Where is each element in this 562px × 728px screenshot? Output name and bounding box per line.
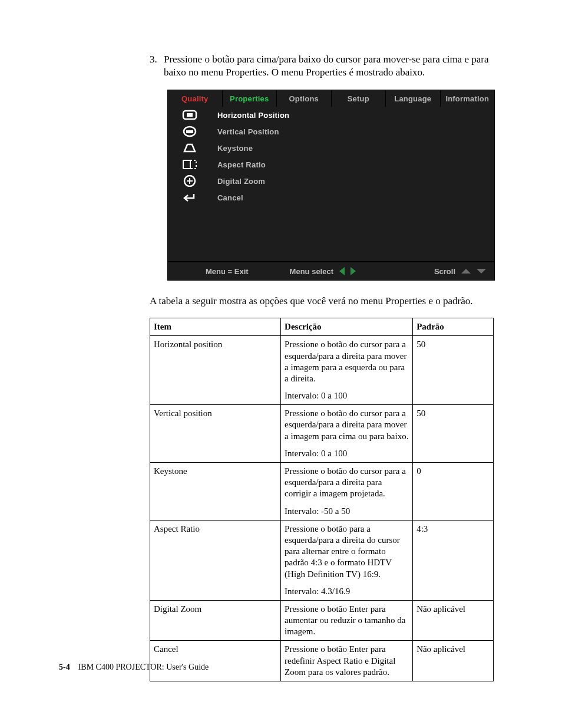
digital-zoom-icon [182, 175, 217, 187]
cell-desc: Pressione o botão do cursor para a esque… [281, 336, 413, 405]
osd-item-aspect[interactable]: Aspect Ratio [168, 156, 494, 173]
table-row: Digital ZoomPressione o botão Enter para… [150, 600, 494, 641]
th-item: Item [150, 318, 281, 336]
cell-desc: Pressione o botão Enter para aumentar ou… [281, 600, 413, 641]
cell-desc: Pressione o botão Enter para redefinir A… [281, 641, 413, 681]
tab-properties[interactable]: Properties [223, 90, 277, 107]
table-row: Aspect RatioPressione o botão para a esq… [150, 520, 494, 600]
arrow-left-icon [339, 267, 345, 275]
tab-setup[interactable]: Setup [332, 90, 386, 107]
osd-panel: Quality Properties Options Setup Languag… [167, 90, 495, 281]
table-row: Vertical positionPressione o botão do cu… [150, 405, 494, 463]
cell-item: Horizontal position [150, 336, 281, 405]
step-text: Pressione o botão para cima/para baixo d… [164, 53, 494, 79]
table-caption: A tabela a seguir mostra as opções que v… [150, 295, 494, 308]
osd-foot-exit: Menu = Exit [206, 267, 249, 276]
cell-default: 50 [413, 405, 494, 463]
footer-title: IBM C400 PROJECTOR: User's Guide [78, 663, 209, 671]
osd-label-aspect: Aspect Ratio [217, 160, 266, 169]
table-row: KeystonePressione o botão do cursor para… [150, 463, 494, 521]
osd-tabs: Quality Properties Options Setup Languag… [168, 90, 494, 107]
cell-default: 4:3 [413, 520, 494, 600]
osd-item-cancel[interactable]: Cancel [168, 189, 494, 206]
tab-language[interactable]: Language [386, 90, 441, 107]
page-footer: 5-4 IBM C400 PROJECTOR: User's Guide [59, 663, 209, 672]
cell-desc: Pressione o botão do cursor para a esque… [281, 405, 413, 463]
th-def: Padrão [413, 318, 494, 336]
cell-default: Não aplicável [413, 600, 494, 641]
svg-rect-3 [186, 130, 193, 133]
osd-item-hpos[interactable]: Horizontal Position [168, 107, 494, 123]
osd-item-vpos[interactable]: Vertical Position [168, 123, 494, 140]
vpos-icon [182, 126, 217, 137]
step-instruction: 3. Pressione o botão para cima/para baix… [150, 53, 494, 79]
svg-rect-1 [187, 113, 193, 117]
osd-foot-select: Menu select [290, 267, 333, 276]
table-row: Horizontal positionPressione o botão do … [150, 336, 494, 405]
table-row: CancelPressione o botão Enter para redef… [150, 641, 494, 681]
arrow-right-icon [351, 267, 356, 275]
osd-item-zoom[interactable]: Digital Zoom [168, 173, 494, 189]
return-icon [182, 192, 217, 203]
properties-table: Item Descrição Padrão Horizontal positio… [150, 318, 494, 681]
osd-footer: Menu = Exit Menu select Scroll [168, 262, 494, 280]
osd-body: Horizontal Position Vertical Position Ke… [168, 107, 494, 261]
osd-label-cancel: Cancel [217, 193, 243, 202]
page-number: 5-4 [59, 663, 70, 671]
svg-rect-4 [183, 160, 190, 169]
step-number: 3. [150, 53, 164, 79]
cell-item: Keystone [150, 463, 281, 521]
arrow-up-icon [461, 269, 471, 274]
tab-options[interactable]: Options [277, 90, 332, 107]
cell-default: Não aplicável [413, 641, 494, 681]
tab-information[interactable]: Information [441, 90, 495, 107]
osd-label-hpos: Horizontal Position [217, 111, 289, 120]
cell-desc: Pressione o botão do cursor para a esque… [281, 463, 413, 521]
cell-item: Vertical position [150, 405, 281, 463]
th-desc: Descrição [281, 318, 413, 336]
osd-label-zoom: Digital Zoom [217, 177, 265, 186]
arrow-down-icon [477, 269, 486, 274]
cell-item: Cancel [150, 641, 281, 681]
cell-default: 50 [413, 336, 494, 405]
osd-foot-scroll: Scroll [434, 267, 455, 276]
cell-item: Aspect Ratio [150, 520, 281, 600]
osd-label-vpos: Vertical Position [217, 127, 279, 136]
tab-quality[interactable]: Quality [168, 90, 223, 107]
osd-label-keystone: Keystone [217, 144, 253, 153]
osd-item-keystone[interactable]: Keystone [168, 140, 494, 156]
keystone-icon [182, 143, 217, 153]
cell-item: Digital Zoom [150, 600, 281, 641]
cell-default: 0 [413, 463, 494, 521]
aspect-ratio-icon [182, 159, 217, 170]
hpos-icon [182, 110, 217, 120]
cell-desc: Pressione o botão para a esquerda/para a… [281, 520, 413, 600]
